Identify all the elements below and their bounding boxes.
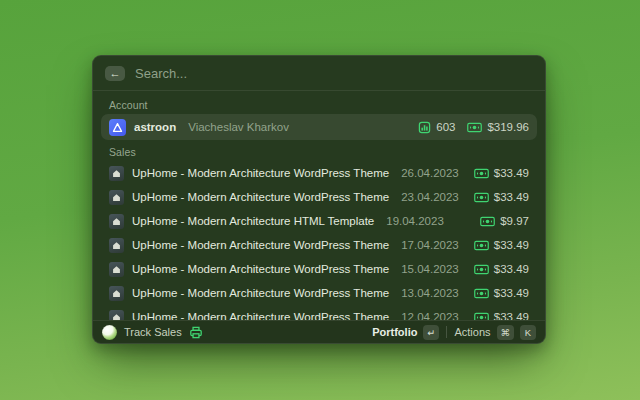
k-key-icon: K (520, 325, 536, 340)
banknote-icon (474, 168, 489, 179)
sale-price-metric: $33.49 (474, 191, 529, 203)
back-button[interactable]: ← (105, 66, 125, 81)
banknote-icon (474, 312, 489, 321)
sale-price-value: $33.49 (494, 287, 529, 299)
sale-price-metric: $33.49 (474, 167, 529, 179)
footer-bar: Track Sales Portfolio ↵ Actions ⌘ K (93, 320, 545, 343)
banknote-icon (474, 240, 489, 251)
theme-thumbnail-icon (109, 214, 124, 229)
theme-thumbnail-icon (109, 286, 124, 301)
sale-date: 19.04.2023 (386, 215, 444, 227)
bar-chart-icon (418, 121, 431, 134)
sales-count-value: 603 (436, 121, 455, 133)
sale-price-value: $9.97 (500, 215, 529, 227)
sales-list: UpHome - Modern Architecture WordPress T… (101, 161, 537, 320)
printer-icon (189, 326, 203, 339)
theme-thumbnail-icon (109, 262, 124, 277)
sale-date: 15.04.2023 (401, 263, 459, 275)
enter-key-icon: ↵ (423, 325, 439, 340)
sale-row[interactable]: UpHome - Modern Architecture WordPress T… (101, 161, 537, 185)
actions-menu-label: Actions (454, 326, 490, 338)
track-sales-app-icon (102, 325, 117, 340)
sale-title: UpHome - Modern Architecture WordPress T… (132, 191, 389, 203)
footer-divider (446, 326, 447, 338)
sale-title: UpHome - Modern Architecture HTML Templa… (132, 215, 374, 227)
search-bar: ← (93, 56, 545, 91)
sale-row[interactable]: UpHome - Modern Architecture WordPress T… (101, 281, 537, 305)
sale-date: 17.04.2023 (401, 239, 459, 251)
sale-title: UpHome - Modern Architecture WordPress T… (132, 239, 389, 251)
command-palette-window: ← Account astroon Viacheslav Kharkov (92, 55, 546, 344)
back-arrow-icon: ← (110, 68, 121, 79)
sale-price-metric: $33.49 (474, 263, 529, 275)
sales-count-metric: 603 (418, 121, 455, 134)
sale-price-metric: $33.49 (474, 287, 529, 299)
footer-app-name: Track Sales (124, 326, 182, 338)
section-label-account: Account (101, 93, 537, 114)
sale-row[interactable]: UpHome - Modern Architecture HTML Templa… (101, 209, 537, 233)
theme-thumbnail-icon (109, 166, 124, 181)
theme-thumbnail-icon (109, 310, 124, 321)
sale-row[interactable]: UpHome - Modern Architecture WordPress T… (101, 257, 537, 281)
account-row[interactable]: astroon Viacheslav Kharkov 603 (101, 114, 537, 140)
sale-price-value: $33.49 (494, 167, 529, 179)
sale-price-value: $33.49 (494, 263, 529, 275)
sale-row[interactable]: UpHome - Modern Architecture WordPress T… (101, 233, 537, 257)
banknote-icon (480, 216, 495, 227)
sale-title: UpHome - Modern Architecture WordPress T… (132, 287, 389, 299)
section-label-sales: Sales (101, 140, 537, 161)
account-subtitle: Viacheslav Kharkov (188, 121, 289, 133)
sale-title: UpHome - Modern Architecture WordPress T… (132, 311, 389, 320)
banknote-icon (467, 122, 482, 133)
search-input[interactable] (135, 66, 533, 81)
sale-price-value: $33.49 (494, 191, 529, 203)
portfolio-action-button[interactable]: Portfolio ↵ (372, 325, 439, 340)
command-key-icon: ⌘ (497, 325, 515, 340)
banknote-icon (474, 192, 489, 203)
sale-date: 12.04.2023 (401, 311, 459, 320)
account-name: astroon (134, 121, 176, 133)
sale-price-metric: $33.49 (474, 311, 529, 320)
sale-price-value: $33.49 (494, 311, 529, 320)
banknote-icon (474, 264, 489, 275)
sale-row[interactable]: UpHome - Modern Architecture WordPress T… (101, 185, 537, 209)
sale-price-value: $33.49 (494, 239, 529, 251)
sale-title: UpHome - Modern Architecture WordPress T… (132, 263, 389, 275)
balance-value: $319.96 (487, 121, 529, 133)
sale-row[interactable]: UpHome - Modern Architecture WordPress T… (101, 305, 537, 320)
balance-metric: $319.96 (467, 121, 529, 133)
sale-date: 23.04.2023 (401, 191, 459, 203)
theme-thumbnail-icon (109, 238, 124, 253)
results-list: Account astroon Viacheslav Kharkov 603 (93, 91, 545, 320)
actions-menu-button[interactable]: Actions ⌘ K (454, 325, 536, 340)
sale-date: 13.04.2023 (401, 287, 459, 299)
portfolio-action-label: Portfolio (372, 326, 417, 338)
sale-date: 26.04.2023 (401, 167, 459, 179)
sale-title: UpHome - Modern Architecture WordPress T… (132, 167, 389, 179)
theme-thumbnail-icon (109, 190, 124, 205)
banknote-icon (474, 288, 489, 299)
sale-price-metric: $33.49 (474, 239, 529, 251)
astroon-app-icon (109, 119, 126, 136)
sale-price-metric: $9.97 (480, 215, 529, 227)
